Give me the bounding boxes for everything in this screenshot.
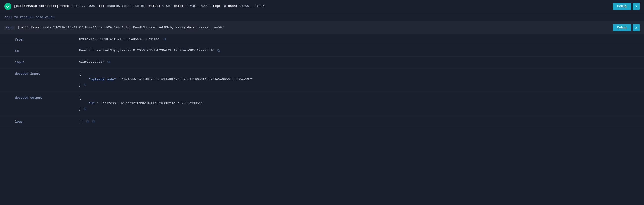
- top-debug-button[interactable]: Debug: [612, 3, 631, 10]
- decoded-output-colon: :: [96, 102, 100, 105]
- from-label: from: [15, 37, 79, 42]
- success-icon: [4, 3, 11, 10]
- to-function: ReadENS.resolveENS(bytes32): [79, 49, 131, 52]
- from-value-cell: 0xFbc71b2E9961D741fC7188021Ad5a87FCFc190…: [79, 37, 629, 41]
- call-data-key: data:: [187, 26, 197, 30]
- decoded-input-copy-icon[interactable]: ⧉: [84, 82, 86, 88]
- to-address: 0x2056c94DdE472DAECfB10E28eca3D6312ae036…: [133, 49, 214, 52]
- call-to-key: to:: [126, 26, 131, 30]
- top-bar: [block:60919 txIndex:1] from: 0xfbc...19…: [0, 0, 644, 13]
- tx-info: [block:60919 txIndex:1]: [14, 4, 58, 8]
- call-badge: CALL: [4, 26, 15, 30]
- decoded-output-value-cell: { "0" : "address: 0xFbc71b2E9961D741fC71…: [79, 95, 629, 112]
- call-to-text: call to ReadENS.resolveENS: [0, 13, 644, 22]
- call-bar-right: Debug ∧: [612, 24, 640, 31]
- logs-value: []: [79, 119, 83, 123]
- data-key: data:: [174, 4, 184, 8]
- top-bar-info: [block:60919 txIndex:1] from: 0xfbc...19…: [14, 4, 264, 8]
- decoded-output-label: decoded output: [15, 95, 79, 100]
- decoded-output-val: "address: 0xFbc71b2E9961D741fC7188021Ad5…: [100, 102, 203, 105]
- to-label: to: [15, 49, 79, 53]
- decoded-input-close-row: } ⧉: [79, 82, 253, 88]
- decoded-output-copy-icon[interactable]: ⧉: [84, 106, 86, 112]
- top-chevron-button[interactable]: ∨: [633, 3, 640, 10]
- logs-label: logs: [15, 119, 79, 124]
- from-row: from 0xFbc71b2E9961D741fC7188021Ad5a87FC…: [0, 34, 644, 45]
- value-val: 0: [162, 4, 164, 8]
- call-chevron-button[interactable]: ∧: [633, 24, 640, 31]
- decoded-input-key: "bytes32 node": [89, 78, 116, 81]
- logs-copy-icon-2[interactable]: ⧉: [92, 119, 95, 123]
- call-from-value: 0xFbc71b2E9961D741fC7188021Ad5a87FCFc190…: [42, 26, 124, 30]
- from-address: 0xFbc71b2E9961D741fC7188021Ad5a87FCFc190…: [79, 37, 160, 41]
- call-debug-button[interactable]: Debug: [612, 24, 631, 31]
- decoded-output-open: {: [79, 95, 203, 101]
- logs-val: 0: [224, 4, 226, 8]
- details-section: from 0xFbc71b2E9961D741fC7188021Ad5a87FC…: [0, 34, 644, 127]
- to-copy-icon[interactable]: ⧉: [218, 49, 220, 52]
- input-row: input 0xa92...ea597 ⧉: [0, 56, 644, 68]
- input-label: input: [15, 60, 79, 64]
- hash-key: hash:: [228, 4, 238, 8]
- from-copy-icon[interactable]: ⧉: [164, 37, 166, 41]
- decoded-output-row: decoded output { "0" : "address: 0xFbc71…: [0, 92, 644, 116]
- from-key: from:: [60, 4, 70, 8]
- hash-val: 0x299...79ab5: [240, 4, 264, 8]
- call-label: [call]: [18, 26, 29, 30]
- from-val: 0xfbc...19051: [72, 4, 96, 8]
- decoded-input-label: decoded input: [15, 72, 79, 76]
- call-bar-left: CALL [call] from: 0xFbc71b2E9961D741fC71…: [4, 26, 224, 30]
- decoded-input-json: { "bytes32 node" : "0xf604c1a11d8beb3fc2…: [79, 72, 253, 88]
- decoded-output-json: { "0" : "address: 0xFbc71b2E9961D741fC71…: [79, 95, 203, 112]
- decoded-output-close-row: } ⧉: [79, 106, 203, 112]
- decoded-output-close: }: [79, 106, 81, 112]
- logs-row: logs [] ⧉ ⧉: [0, 116, 644, 127]
- call-bar: CALL [call] from: 0xFbc71b2E9961D741fC71…: [0, 22, 644, 34]
- top-bar-left: [block:60919 txIndex:1] from: 0xfbc...19…: [4, 3, 264, 10]
- input-value: 0xa92...ea597: [79, 60, 104, 64]
- to-row: to ReadENS.resolveENS(bytes32) 0x2056c94…: [0, 45, 644, 56]
- decoded-input-close: }: [79, 82, 81, 88]
- call-from-key: from:: [31, 26, 40, 30]
- decoded-output-key: "0": [89, 102, 95, 105]
- call-data-value: 0xa92...ea597: [199, 26, 224, 30]
- decoded-output-entry: "0" : "address: 0xFbc71b2E9961D741fC7188…: [79, 101, 203, 106]
- data-val: 0x608...a0033: [185, 4, 210, 8]
- value-key: value:: [149, 4, 160, 8]
- logs-key: logs:: [212, 4, 222, 8]
- decoded-input-val: "0xf604c1a11d8beb3fc20bb48f1e4859cc17196…: [122, 78, 253, 81]
- decoded-input-value-cell: { "bytes32 node" : "0xf604c1a11d8beb3fc2…: [79, 72, 629, 88]
- decoded-input-row: decoded input { "bytes32 node" : "0xf604…: [0, 68, 644, 92]
- decoded-input-colon: :: [118, 78, 122, 81]
- input-copy-icon[interactable]: ⧉: [108, 60, 110, 64]
- to-val: ReadENS.(constructor): [106, 4, 147, 8]
- call-to-value: ReadENS.resolveENS(bytes32): [133, 26, 185, 30]
- logs-value-cell: [] ⧉ ⧉: [79, 119, 629, 123]
- top-bar-right: Debug ∨: [612, 3, 640, 10]
- value-unit: wei: [166, 4, 172, 8]
- logs-copy-icon-1[interactable]: ⧉: [86, 119, 89, 123]
- call-bar-info: [call] from: 0xFbc71b2E9961D741fC7188021…: [18, 26, 224, 30]
- decoded-input-entry: "bytes32 node" : "0xf604c1a11d8beb3fc20b…: [79, 77, 253, 82]
- to-key: to:: [98, 4, 104, 8]
- decoded-input-open: {: [79, 72, 253, 77]
- to-value-cell: ReadENS.resolveENS(bytes32) 0x2056c94DdE…: [79, 49, 629, 52]
- input-value-cell: 0xa92...ea597 ⧉: [79, 60, 629, 64]
